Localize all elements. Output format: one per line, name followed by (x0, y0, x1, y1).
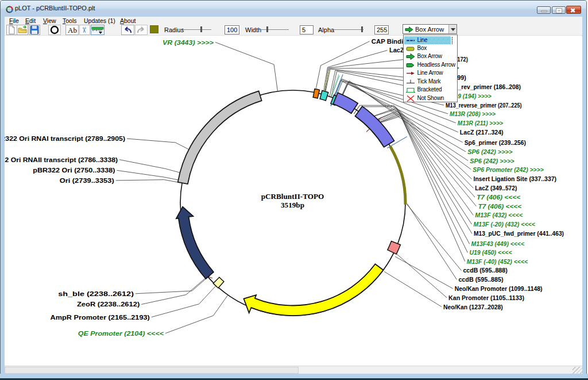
svg-text:Insert Ligation Site (337..337: Insert Ligation Site (337..337) (474, 175, 557, 182)
svg-text:SP6 (242) >>>>: SP6 (242) >>>> (467, 148, 513, 155)
svg-text:sh_ble (2238..2612): sh_ble (2238..2612) (58, 290, 134, 297)
svg-text:T7 (406) <<<<: T7 (406) <<<< (478, 203, 521, 210)
svg-text:QE Promoter (2104) <<<<: QE Promoter (2104) <<<< (78, 330, 164, 337)
svg-text:Sp6_primer (239..256): Sp6_primer (239..256) (465, 139, 527, 146)
svg-text:pCRBluntII-TOPO: pCRBluntII-TOPO (261, 192, 324, 201)
svg-text:LacZ (217..324): LacZ (217..324) (460, 129, 504, 136)
svg-text:pBR322 Ori RNAII transcript (2: pBR322 Ori RNAII transcript (2786..3338) (5, 156, 118, 163)
svg-text:SP6 (242) >>>>: SP6 (242) >>>> (470, 158, 514, 164)
svg-text:M13R (211) >>>>: M13R (211) >>>> (458, 120, 504, 126)
svg-text:3519bp: 3519bp (281, 201, 304, 209)
svg-text:ccdB (595..885): ccdB (595..885) (458, 276, 504, 283)
svg-text:Neo/Kan (1237..2028): Neo/Kan (1237..2028) (443, 304, 503, 310)
svg-text:M13F43 (449) <<<<: M13F43 (449) <<<< (471, 240, 525, 247)
svg-text:pBR322 Ori (2750..3338): pBR322 Ori (2750..3338) (33, 167, 115, 174)
svg-text:AmpR Promoter (2165..2193): AmpR Promoter (2165..2193) (51, 314, 150, 321)
svg-text:LacZ: LacZ (389, 47, 404, 53)
svg-text:172): 172) (457, 56, 468, 63)
svg-text:9 (194) >>>>: 9 (194) >>>> (458, 93, 492, 99)
svg-text:T7 (406) <<<<: T7 (406) <<<< (477, 194, 521, 201)
svg-text:SP6 Promoter (242) >>>>: SP6 Promoter (242) >>>> (473, 166, 544, 173)
svg-text:M13R (208) >>>>: M13R (208) >>>> (450, 110, 496, 117)
svg-text:ZeoR (2238..2612): ZeoR (2238..2612) (77, 301, 140, 308)
svg-text:M13F (-20) (432) <<<<: M13F (-20) (432) <<<< (474, 221, 536, 228)
svg-text:M13F (432) <<<<: M13F (432) <<<< (475, 212, 523, 218)
svg-text:VR (3443) >>>>: VR (3443) >>>> (163, 39, 214, 46)
svg-text:pBR322 Ori RNAI transcript (27: pBR322 Ori RNAI transcript (2789..2905) (5, 135, 125, 142)
svg-text:Neo/Kan Promoter (1099..1148): Neo/Kan Promoter (1099..1148) (455, 285, 543, 292)
svg-text:M13F (-40) (452) <<<<: M13F (-40) (452) <<<< (467, 258, 528, 265)
svg-text:U19 (450) <<<<: U19 (450) <<<< (469, 249, 512, 256)
svg-text:LacZ (349..572): LacZ (349..572) (475, 185, 517, 191)
svg-text:99): 99) (457, 74, 466, 81)
svg-text:_rev_primer (186..208): _rev_primer (186..208) (457, 83, 521, 90)
svg-text:Kan Promoter (1105..1133): Kan Promoter (1105..1133) (448, 294, 524, 301)
svg-text:ccdB (595..888): ccdB (595..888) (463, 267, 508, 274)
svg-text:M13_pUC_fwd_primer (441..463): M13_pUC_fwd_primer (441..463) (474, 230, 564, 237)
svg-text:Ori (2739..3353): Ori (2739..3353) (60, 177, 114, 184)
svg-text:M13_reverse_primer (207..225): M13_reverse_primer (207..225) (446, 102, 522, 109)
